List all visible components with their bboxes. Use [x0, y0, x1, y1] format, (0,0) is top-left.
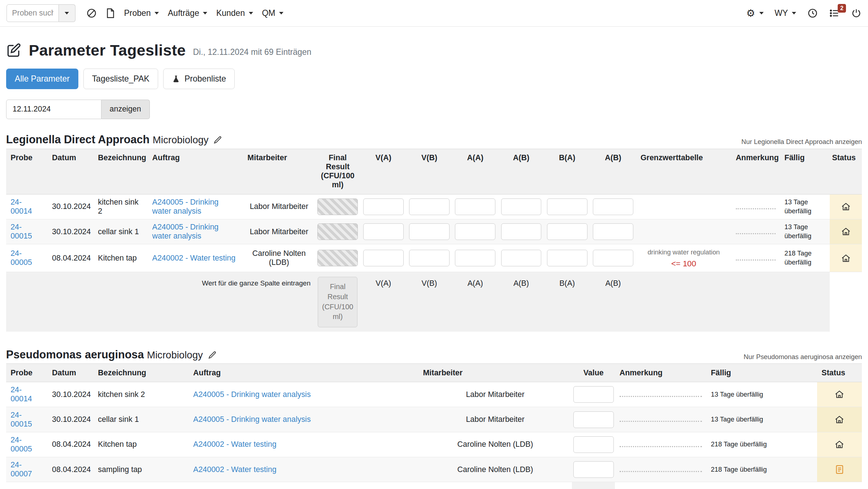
probe-link[interactable]: 24-00005 [10, 249, 32, 267]
vb-fill-button[interactable]: V(B) [409, 277, 450, 288]
filter-only-legionella-link[interactable]: Nur Legionella Direct Approach anzeigen [741, 138, 862, 146]
pseudomonas-table: Probe Datum Bezeichnung Auftrag Mitarbei… [6, 363, 862, 489]
auftrag-link[interactable]: A240005 - Drinking water analysis [193, 390, 311, 399]
aa-input[interactable] [455, 223, 495, 240]
col-bezeichnung: Bezeichnung [94, 364, 189, 382]
va-input[interactable] [363, 223, 404, 240]
aa-input[interactable] [455, 198, 495, 215]
document-icon[interactable] [106, 8, 115, 18]
mitarbeiter-cell: Caroline Nolten (LDB) [418, 457, 572, 482]
menu-auftraege[interactable]: Aufträge [168, 8, 208, 18]
task-list-button[interactable]: 2 [829, 8, 840, 18]
vb-input[interactable] [409, 223, 450, 240]
anmerkung-field[interactable] [620, 392, 702, 397]
datum-cell: 30.10.2024 [48, 382, 94, 407]
history-clock-icon[interactable] [807, 8, 818, 18]
va-fill-button[interactable]: V(A) [363, 277, 404, 288]
ba-input[interactable] [547, 250, 587, 266]
filter-only-pseudomonas-link[interactable]: Nur Pseudomonas aeruginosa anzeigen [743, 353, 862, 361]
col-auftrag: Auftrag [189, 364, 418, 382]
fill-note-cell: Wert für die ganze Spalte eintragen [6, 482, 572, 489]
probe-link[interactable]: 24-00005 [10, 436, 32, 453]
status-cell [830, 219, 862, 244]
va-input[interactable] [363, 198, 404, 215]
ab-input[interactable] [501, 198, 542, 215]
anmerkung-field[interactable] [736, 204, 776, 209]
menu-proben[interactable]: Proben [124, 8, 159, 18]
column-fill-row: Wert für die ganze Spalte eintragen Fina… [6, 272, 862, 332]
ab-fill-button[interactable]: A(B) [501, 277, 542, 288]
ab2-fill-button[interactable]: A(B) [593, 277, 633, 288]
bezeichnung-cell: Kitchen tap [94, 432, 189, 457]
probenliste-button[interactable]: Probenliste [163, 69, 235, 89]
tagesliste-pak-button[interactable]: Tagesliste_PAK [83, 69, 158, 89]
search-input[interactable] [6, 4, 58, 22]
probe-link[interactable]: 24-00015 [10, 411, 32, 428]
faellig-cell: 13 Tage überfällig [780, 194, 830, 219]
anmerkung-field[interactable] [620, 417, 702, 422]
show-button[interactable]: anzeigen [101, 100, 150, 119]
help-icon[interactable] [86, 8, 97, 18]
faellig-cell: 13 Tage überfällig [706, 382, 817, 407]
auftrag-link[interactable]: A240002 - Water testing [193, 465, 277, 474]
anmerkung-field[interactable] [620, 442, 702, 447]
auftrag-link[interactable]: A240002 - Water testing [152, 254, 236, 262]
alle-parameter-button[interactable]: Alle Parameter [6, 69, 78, 89]
mitarbeiter-cell: Caroline Nolten (LDB) [418, 432, 572, 457]
house-icon [841, 202, 851, 210]
ba-input[interactable] [547, 223, 587, 240]
ba-fill-cell: B(A) [544, 272, 590, 332]
logout-power-icon[interactable] [851, 8, 862, 18]
ab-input[interactable] [501, 223, 542, 240]
ab2-input[interactable] [593, 223, 633, 240]
vb-input[interactable] [409, 250, 450, 266]
aa-input[interactable] [455, 250, 495, 266]
ba-input[interactable] [547, 198, 587, 215]
auftrag-link[interactable]: A240005 - Drinking water analysis [193, 415, 311, 424]
status-cell [830, 194, 862, 219]
ab2-input[interactable] [593, 198, 633, 215]
ba-fill-button[interactable]: B(A) [547, 277, 587, 288]
menu-kunden[interactable]: Kunden [216, 8, 253, 18]
edit-section-icon[interactable] [208, 349, 217, 359]
mitarbeiter-cell: Caroline Nolten (LDB) [243, 244, 315, 272]
datum-cell: 30.10.2024 [48, 219, 94, 244]
anmerkung-field[interactable] [736, 256, 776, 261]
mitarbeiter-cell: Labor Mitarbeiter [243, 219, 315, 244]
user-menu[interactable]: WY [774, 8, 796, 18]
search-dropdown-button[interactable] [59, 4, 75, 22]
va-input[interactable] [363, 250, 404, 266]
value-input[interactable] [573, 436, 614, 453]
probe-link[interactable]: 24-00007 [10, 460, 32, 478]
anmerkung-field[interactable] [620, 467, 702, 472]
auftrag-cell: A240005 - Drinking water analysis [189, 382, 418, 407]
anmerkung-field[interactable] [736, 229, 776, 234]
probe-link[interactable]: 24-00014 [10, 385, 32, 403]
auftrag-link[interactable]: A240005 - Drinking water analysis [152, 198, 219, 215]
final-result-fill-cell: Final Result (CFU/100 ml) [315, 272, 360, 332]
col-status: Status [817, 364, 862, 382]
probe-cell: 24-00014 [6, 382, 48, 407]
grenzwert-limit-value: <= 100 [641, 259, 727, 268]
ab2-input[interactable] [593, 250, 633, 266]
edit-section-icon[interactable] [213, 135, 222, 145]
ab-input[interactable] [501, 250, 542, 266]
probe-link[interactable]: 24-00014 [10, 198, 32, 215]
value-input[interactable] [573, 411, 614, 428]
value-input[interactable] [573, 461, 614, 478]
edit-title-icon[interactable] [6, 43, 22, 58]
auftrag-link[interactable]: A240005 - Drinking water analysis [152, 223, 219, 240]
section-title-legionella: Legionella Direct Approach Microbiology [6, 133, 209, 146]
auftrag-cell: A240002 - Water testing [189, 457, 418, 482]
auftrag-link[interactable]: A240002 - Water testing [193, 440, 277, 449]
menu-qm[interactable]: QM [262, 8, 283, 18]
date-input[interactable] [6, 100, 101, 119]
vb-input[interactable] [409, 198, 450, 215]
col-ba: B(A) [544, 149, 590, 195]
col-probe: Probe [6, 364, 48, 382]
aa-fill-button[interactable]: A(A) [455, 277, 495, 288]
value-input[interactable] [573, 386, 614, 403]
settings-menu[interactable]: ⚙ [746, 8, 763, 18]
chevron-down-icon [65, 12, 69, 14]
probe-link[interactable]: 24-00015 [10, 223, 32, 240]
